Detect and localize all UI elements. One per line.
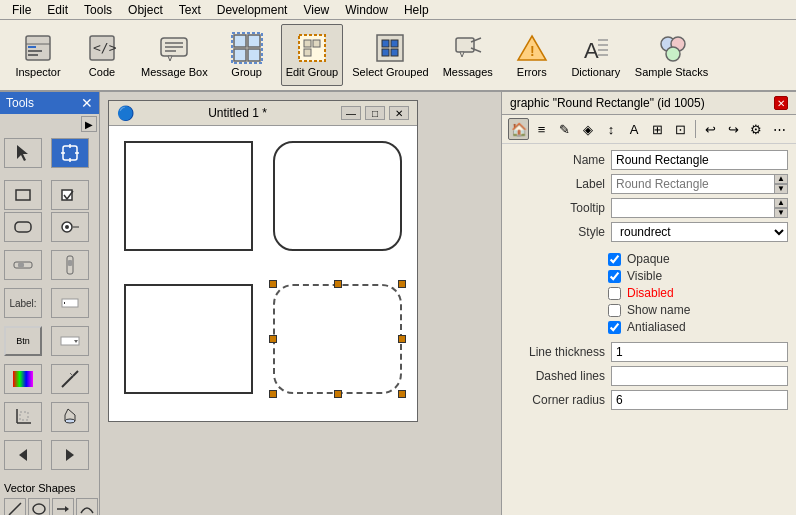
shape-rect-1[interactable]	[124, 141, 253, 251]
tool-roundrect[interactable]	[4, 212, 42, 242]
insp-tab-grid[interactable]: ⊡	[670, 118, 691, 140]
tools-misc-grid	[0, 398, 99, 436]
handle-bottomleft[interactable]	[269, 390, 277, 398]
tool-scrollbar-v[interactable]	[51, 250, 89, 280]
menu-development[interactable]: Development	[209, 1, 296, 19]
cornerradius-input[interactable]	[611, 390, 788, 410]
tool-gradient[interactable]	[51, 364, 89, 394]
insp-tab-properties[interactable]: ≡	[531, 118, 552, 140]
toolbar-dictionary-button[interactable]: A Dictionary	[566, 24, 626, 86]
insp-tab-position[interactable]: ↕	[600, 118, 621, 140]
disabled-checkbox[interactable]	[608, 287, 621, 300]
insp-action-redo[interactable]: ↪	[723, 118, 744, 140]
insp-tab-fill[interactable]: ◈	[577, 118, 598, 140]
vector-tool-curve[interactable]	[76, 498, 98, 515]
tools-expand-button[interactable]: ▶	[81, 116, 97, 132]
shape-rect-2[interactable]	[124, 284, 253, 394]
dashedlines-row: Dashed lines	[510, 366, 788, 386]
tools-draw-grid	[0, 176, 99, 246]
linethickness-input[interactable]	[611, 342, 788, 362]
toolbar-group-button[interactable]: Group	[217, 24, 277, 86]
tooltip-arrow-up[interactable]: ▲	[774, 198, 788, 208]
label-input[interactable]	[611, 174, 774, 194]
toolbar-editgroup-button[interactable]: Edit Group	[281, 24, 344, 86]
svg-rect-19	[313, 40, 320, 47]
insp-action-more[interactable]: ⋯	[769, 118, 790, 140]
tool-color[interactable]	[4, 364, 42, 394]
window-minimize-button[interactable]: —	[341, 106, 361, 120]
vector-tool-arrow[interactable]	[52, 498, 74, 515]
inspector-close-button[interactable]: ✕	[774, 96, 788, 110]
tooltip-input[interactable]	[611, 198, 774, 218]
svg-point-70	[33, 504, 45, 514]
cornerradius-row: Corner radius	[510, 390, 788, 410]
label-arrow-up[interactable]: ▲	[774, 174, 788, 184]
svg-rect-24	[382, 49, 389, 56]
insp-tab-custom[interactable]: ⊞	[647, 118, 668, 140]
window-maximize-button[interactable]: □	[365, 106, 385, 120]
label-arrow-down[interactable]: ▼	[774, 184, 788, 194]
tool-crop[interactable]	[4, 402, 42, 432]
dashedlines-input[interactable]	[611, 366, 788, 386]
vector-tool-1[interactable]	[4, 498, 26, 515]
visible-checkbox[interactable]	[608, 270, 621, 283]
tool-scrollbar-h[interactable]	[4, 250, 42, 280]
antialiased-checkbox[interactable]	[608, 321, 621, 334]
inspector-form: Name Label ▲ ▼ Tooltip	[502, 144, 796, 248]
shape-roundrect-1[interactable]	[273, 141, 402, 251]
menu-tools[interactable]: Tools	[76, 1, 120, 19]
shape-roundrect-selected[interactable]	[273, 284, 402, 394]
insp-tab-home[interactable]: 🏠	[508, 118, 529, 140]
tool-prev[interactable]	[4, 440, 42, 470]
style-select[interactable]: roundrect rectangle oval regular	[611, 222, 788, 242]
dashedlines-label: Dashed lines	[510, 369, 605, 383]
code-icon: </>	[86, 32, 118, 64]
toolbar-samplestacks-button[interactable]: Sample Stacks	[630, 24, 713, 86]
tool-bucket[interactable]	[51, 402, 89, 432]
handle-midright[interactable]	[398, 335, 406, 343]
tooltip-arrow-down[interactable]: ▼	[774, 208, 788, 218]
handle-bottomright[interactable]	[398, 390, 406, 398]
menu-file[interactable]: File	[4, 1, 39, 19]
menu-edit[interactable]: Edit	[39, 1, 76, 19]
tool-label[interactable]: Label:	[4, 288, 42, 318]
tool-button-widget[interactable]: Btn	[4, 326, 42, 356]
tool-arrow[interactable]	[4, 138, 42, 168]
showname-checkbox[interactable]	[608, 304, 621, 317]
window-close-button[interactable]: ✕	[389, 106, 409, 120]
menu-view[interactable]: View	[295, 1, 337, 19]
tool-radio[interactable]	[51, 212, 89, 242]
insp-action-settings[interactable]: ⚙	[746, 118, 767, 140]
insp-tab-script[interactable]: ✎	[554, 118, 575, 140]
tool-crosshair[interactable]	[51, 138, 89, 168]
menu-window[interactable]: Window	[337, 1, 396, 19]
svg-rect-22	[382, 40, 389, 47]
toolbar-messagebox-button[interactable]: Message Box	[136, 24, 213, 86]
name-input[interactable]	[611, 150, 788, 170]
handle-topmid[interactable]	[334, 280, 342, 288]
tool-next[interactable]	[51, 440, 89, 470]
handle-bottommid[interactable]	[334, 390, 342, 398]
toolbar-errors-button[interactable]: ! Errors	[502, 24, 562, 86]
insp-action-undo[interactable]: ↩	[700, 118, 721, 140]
handle-topleft[interactable]	[269, 280, 277, 288]
handle-midleft[interactable]	[269, 335, 277, 343]
tool-rect[interactable]	[4, 180, 42, 210]
tools-close-button[interactable]: ✕	[81, 95, 93, 111]
handle-topright[interactable]	[398, 280, 406, 288]
opaque-checkbox[interactable]	[608, 253, 621, 266]
tooltip-label: Tooltip	[510, 201, 605, 215]
vector-tool-circle[interactable]	[28, 498, 50, 515]
menu-object[interactable]: Object	[120, 1, 171, 19]
menu-help[interactable]: Help	[396, 1, 437, 19]
toolbar-selectgrouped-button[interactable]: Select Grouped	[347, 24, 433, 86]
insp-tab-text[interactable]: A	[623, 118, 644, 140]
toolbar-code-button[interactable]: </> Code	[72, 24, 132, 86]
menu-text[interactable]: Text	[171, 1, 209, 19]
tool-dropdown[interactable]	[51, 326, 89, 356]
toolbar-inspector-button[interactable]: Inspector	[8, 24, 68, 86]
tool-checkbox[interactable]	[51, 180, 89, 210]
window-title: Untitled 1 *	[142, 106, 333, 120]
tool-field[interactable]	[51, 288, 89, 318]
toolbar-messages-button[interactable]: Messages	[438, 24, 498, 86]
